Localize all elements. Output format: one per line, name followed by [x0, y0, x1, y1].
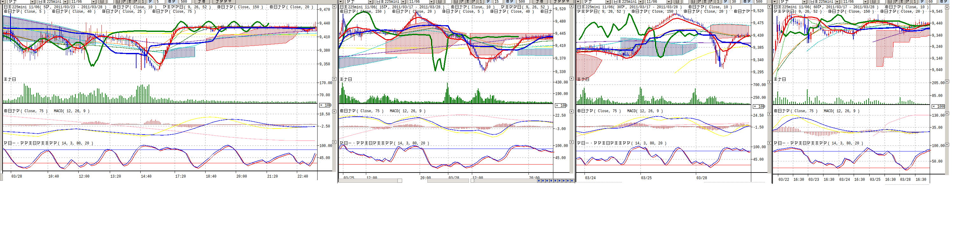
svg-text:9,520: 9,520 [753, 9, 764, 13]
svg-text:, 2011/03/17 - 2011/03/28 ): , 2011/03/17 - 2011/03/28 ) [625, 5, 688, 10]
svg-text:205.00: 205.00 [932, 81, 945, 85]
svg-text:12:00: 12:00 [79, 174, 89, 179]
svg-text:100.00: 100.00 [555, 144, 568, 148]
svg-text:03/23: 03/23 [808, 177, 819, 182]
svg-text:45.00: 45.00 [320, 155, 330, 160]
svg-text:500: 500 [519, 0, 525, 4]
svg-text:1: 1 [914, 0, 916, 4]
svg-text:( 9, 26, 52 ): ( 9, 26, 52 ) [184, 5, 217, 10]
svg-text:9,470: 9,470 [320, 7, 330, 12]
svg-text:15: 15 [495, 0, 499, 4]
svg-text:( Close, 10 ): ( Close, 10 ) [705, 5, 732, 10]
svg-text:9,480: 9,480 [555, 19, 566, 24]
svg-text:250.00: 250.00 [753, 95, 766, 100]
svg-text:18:40: 18:40 [206, 174, 216, 179]
svg-text:( 9, 26, 52 ): ( 9, 26, 52 ) [522, 5, 549, 10]
svg-text:-3.00: -3.00 [555, 127, 566, 131]
svg-text:225mini 11/06( 30: 225mini 11/06( 30 [585, 5, 621, 10]
svg-text:24.50: 24.50 [753, 113, 764, 118]
svg-text:9,410: 9,410 [555, 43, 566, 48]
svg-text:( Close, 20 ): ( Close, 20 ) [286, 5, 313, 10]
svg-text:9,445: 9,445 [555, 31, 566, 36]
svg-text:03/24: 03/24 [839, 177, 850, 182]
svg-text:9,340: 9,340 [932, 33, 942, 38]
svg-text:( Close, 20 ): ( Close, 20 ) [897, 9, 931, 14]
svg-text:9,380: 9,380 [320, 48, 330, 53]
svg-text:( 14, 3, 80, 20 ): ( 14, 3, 80, 20 ) [827, 141, 863, 146]
svg-text:60: 60 [929, 0, 932, 4]
svg-text:85.00: 85.00 [932, 93, 942, 98]
svg-text:11/06: 11/06 [843, 0, 854, 4]
svg-text:9,240: 9,240 [932, 44, 942, 49]
svg-text:430.00: 430.00 [555, 80, 568, 85]
svg-text:16:30: 16:30 [794, 177, 804, 182]
svg-text:( Close, 75 ) MACD( 12, 26,: ( Close, 75 ) MACD( 12, 26, 9 ) [356, 109, 426, 114]
svg-text:50.00: 50.00 [932, 159, 942, 164]
svg-text:9,520: 9,520 [555, 7, 566, 11]
svg-text:9,295: 9,295 [753, 70, 764, 75]
svg-text:03/28: 03/28 [11, 174, 22, 179]
svg-text:100.00: 100.00 [932, 144, 945, 148]
svg-text:, 2011/03/17 - 2011/03/28 ): , 2011/03/17 - 2011/03/28 ) [822, 5, 885, 10]
svg-text:( Close, 150 ): ( Close, 150 ) [648, 9, 684, 14]
svg-text:130.00: 130.00 [932, 113, 945, 118]
svg-text:( 9, 26, 52 ): ( 9, 26, 52 ) [794, 9, 828, 14]
svg-text:03/28: 03/28 [900, 177, 911, 182]
svg-text:( Close, 20 ): ( Close, 20 ) [409, 9, 442, 14]
svg-text:500: 500 [756, 0, 762, 4]
svg-text:13:20: 13:20 [110, 174, 121, 179]
svg-text:( Close, 40 ): ( Close, 40 ) [507, 9, 541, 14]
svg-text:9,370: 9,370 [555, 56, 566, 61]
svg-text:( Close, 10 ): ( Close, 10 ) [468, 5, 501, 10]
svg-text:20:00: 20:00 [236, 174, 247, 179]
svg-text:100.00: 100.00 [753, 145, 766, 149]
svg-text:( Close, 150 ): ( Close, 150 ) [356, 9, 392, 14]
svg-text:100.00: 100.00 [320, 144, 332, 148]
svg-text:-1.50: -1.50 [753, 125, 764, 130]
svg-text:170.00: 170.00 [320, 81, 332, 85]
svg-text:( Close, 150 ): ( Close, 150 ) [234, 5, 269, 10]
svg-text:9,385: 9,385 [753, 45, 764, 50]
svg-text:( Close, 75 ) MACD( 12, 26,: ( Close, 75 ) MACD( 12, 26, 9 ) [21, 109, 90, 114]
svg-text:× 100: × 100 [320, 103, 331, 108]
svg-text:16:30: 16:30 [824, 177, 834, 182]
svg-text:22.50: 22.50 [555, 113, 566, 118]
svg-text:( Close, 40 ): ( Close, 40 ) [68, 9, 102, 14]
svg-text:9,545: 9,545 [932, 9, 942, 14]
svg-text:500: 500 [181, 0, 187, 4]
svg-text:( Close, 75 ) MACD( 12, 26,: ( Close, 75 ) MACD( 12, 26, 9 ) [594, 109, 663, 114]
svg-text:( Close, 5 ): ( Close, 5 ) [459, 9, 490, 14]
svg-text:( Close, 5 ): ( Close, 5 ) [21, 9, 52, 14]
svg-text:16:30: 16:30 [854, 177, 865, 182]
svg-text:( 9, 26, 52 ): ( 9, 26, 52 ) [598, 9, 632, 14]
svg-text:35.00: 35.00 [932, 125, 942, 130]
svg-text:( Close, 150 ): ( Close, 150 ) [845, 9, 880, 14]
svg-text:10:40: 10:40 [48, 174, 59, 179]
svg-text:( Close, 75 ): ( Close, 75 ) [169, 9, 196, 14]
svg-text:225mini: 225mini [819, 0, 833, 4]
svg-text:9,410: 9,410 [320, 35, 330, 40]
svg-text:03/28: 03/28 [697, 176, 707, 181]
svg-text:9,140: 9,140 [932, 56, 942, 61]
svg-text:( Close, 20 ): ( Close, 20 ) [700, 9, 734, 14]
svg-text:9,330: 9,330 [555, 69, 566, 74]
svg-text:225mini: 225mini [622, 0, 637, 4]
svg-text:9,340: 9,340 [753, 58, 764, 62]
svg-text:9,040: 9,040 [932, 67, 942, 72]
svg-text:03/24: 03/24 [585, 176, 596, 181]
svg-text:03/25: 03/25 [641, 176, 652, 181]
svg-text:45.00: 45.00 [555, 155, 566, 160]
svg-text:× 100: × 100 [556, 104, 567, 108]
svg-text:, 2011/03/17 - 2011/03/28 ): , 2011/03/17 - 2011/03/28 ) [388, 5, 451, 10]
svg-text:9,440: 9,440 [932, 21, 942, 26]
svg-text:( Close, 75 ) MACD( 12, 26,: ( Close, 75 ) MACD( 12, 26, 9 ) [791, 109, 860, 114]
svg-text:9,440: 9,440 [320, 21, 330, 26]
svg-text:03/25: 03/25 [870, 177, 880, 182]
svg-text:17:20: 17:20 [175, 174, 186, 179]
svg-text:16:30: 16:30 [885, 177, 896, 182]
svg-text:11/06: 11/06 [646, 0, 657, 4]
svg-text:9,430: 9,430 [753, 33, 764, 38]
svg-text:18.50: 18.50 [320, 112, 330, 117]
svg-text:70.00: 70.00 [320, 93, 330, 98]
svg-text:( 14, 3, 80, 20 ): ( 14, 3, 80, 20 ) [57, 141, 93, 146]
